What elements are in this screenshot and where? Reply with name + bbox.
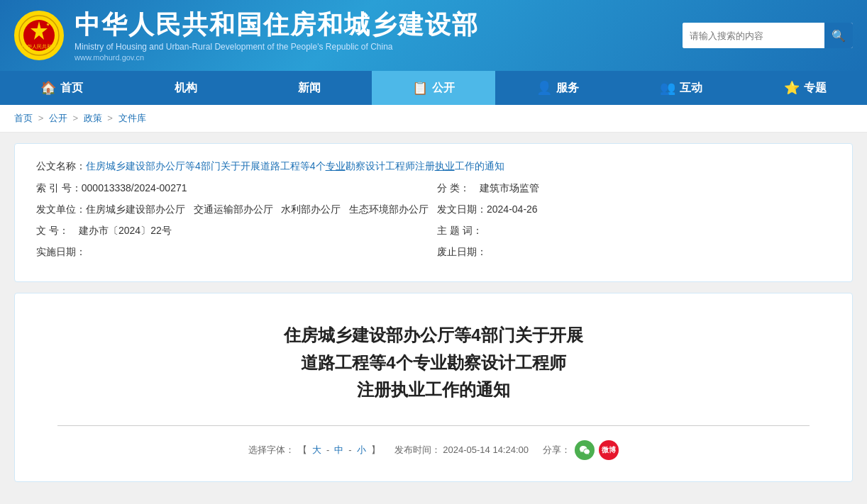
svg-text:中华人民共和国: 中华人民共和国	[22, 44, 57, 50]
share-area: 分享： 微博	[543, 440, 619, 460]
date-value: 2024-04-26	[487, 203, 538, 215]
nav-item-service[interactable]: 👤 服务	[495, 71, 619, 105]
interact-icon: 👥	[660, 80, 675, 96]
site-header: 中华人民共和国 中华人民共和国住房和城乡建设部 Ministry of Hous…	[0, 0, 867, 71]
nav-label-org: 机构	[175, 81, 197, 96]
font-bracket-open: 【	[298, 444, 307, 457]
nav-label-open: 公开	[432, 81, 455, 96]
nav-label-news: 新闻	[298, 81, 321, 96]
nav-label-special: 专题	[804, 81, 827, 96]
header-left: 中华人民共和国 中华人民共和国住房和城乡建设部 Ministry of Hous…	[14, 9, 479, 61]
breadcrumb-filelibrary[interactable]: 文件库	[118, 113, 146, 123]
search-box[interactable]: 🔍	[683, 23, 853, 48]
site-url: www.mohurd.gov.cn	[74, 53, 479, 62]
breadcrumb-sep-3: >	[107, 113, 115, 123]
publish-time-block: 发布时间： 2024-05-14 14:24:00	[394, 444, 529, 457]
article-title-line3: 注册执业工作的通知	[57, 376, 810, 403]
issuer-values: 住房城乡建设部办公厅 交通运输部办公厅 水利部办公厅 生态环境部办公厅	[86, 203, 429, 216]
nav-item-open[interactable]: 📋 公开	[372, 71, 496, 105]
article-divider	[57, 425, 810, 426]
open-icon: 📋	[412, 80, 428, 96]
ref-value: 000013338/2024-00271	[82, 182, 187, 194]
ref-half: 索 引 号： 000013338/2024-00271	[36, 182, 430, 195]
nav-item-news[interactable]: 新闻	[248, 71, 372, 105]
font-small-btn[interactable]: 小	[357, 444, 366, 457]
breadcrumb-open[interactable]: 公开	[49, 113, 67, 123]
category-label: 分 类：	[437, 182, 480, 195]
font-medium-btn[interactable]: 中	[334, 444, 343, 457]
font-large-btn[interactable]: 大	[312, 444, 321, 457]
impl-half: 实施日期：	[36, 246, 430, 259]
search-input[interactable]	[683, 23, 824, 48]
site-title-cn: 中华人民共和国住房和城乡建设部	[74, 9, 479, 40]
breadcrumb-policy[interactable]: 政策	[84, 113, 102, 123]
breadcrumb-sep-2: >	[72, 113, 80, 123]
impl-expire-row: 实施日期： 废止日期：	[36, 246, 831, 259]
service-icon: 👤	[536, 80, 552, 96]
ref-label: 索 引 号：	[36, 182, 82, 195]
article-title: 住房城乡建设部办公厅等4部门关于开展 道路工程等4个专业勘察设计工程师 注册执业…	[57, 322, 810, 403]
docno-keywords-row: 文 号： 建办市〔2024〕22号 主 题 词：	[36, 225, 831, 237]
nav-item-special[interactable]: ⭐ 专题	[743, 71, 867, 105]
font-size-label: 选择字体：	[248, 444, 294, 457]
government-emblem: 中华人民共和国	[14, 11, 64, 60]
special-icon: ⭐	[784, 80, 800, 96]
issuer-date-row: 发文单位： 住房城乡建设部办公厅 交通运输部办公厅 水利部办公厅 生态环境部办公…	[36, 203, 831, 216]
docno-value: 建办市〔2024〕22号	[79, 225, 172, 237]
expire-label: 废止日期：	[437, 246, 487, 259]
article-meta: 选择字体： 【 大 - 中 - 小 】 发布时间： 2024-05-14 14:…	[57, 440, 810, 460]
site-title-en: Ministry of Housing and Urban-Rural Deve…	[74, 42, 479, 52]
nav-label-interact: 互动	[680, 81, 702, 96]
publish-time-value: 2024-05-14 14:24:00	[443, 444, 529, 455]
font-dash-2: -	[348, 444, 351, 455]
nav-item-org[interactable]: 机构	[124, 71, 248, 105]
category-value: 建筑市场监管	[480, 182, 539, 195]
doc-name-row: 公文名称： 住房城乡建设部办公厅等4部门关于开展道路工程等4个专业勘察设计工程师…	[36, 158, 831, 174]
article-title-line2: 道路工程等4个专业勘察设计工程师	[57, 349, 810, 376]
expire-half: 废止日期：	[437, 246, 831, 259]
content-area: 公文名称： 住房城乡建设部办公厅等4部门关于开展道路工程等4个专业勘察设计工程师…	[0, 133, 867, 503]
docno-half: 文 号： 建办市〔2024〕22号	[36, 225, 430, 237]
doc-name-link[interactable]: 住房城乡建设部办公厅等4部门关于开展道路工程等4个专业勘察设计工程师注册执业工作…	[86, 160, 504, 172]
keywords-half: 主 题 词：	[437, 225, 831, 237]
issuer-label: 发文单位：	[36, 203, 86, 216]
main-nav: 🏠 首页 机构 新闻 📋 公开 👤 服务 👥 互动 ⭐ 专题	[0, 71, 867, 105]
weibo-icon-text: 微博	[602, 445, 616, 455]
breadcrumb-home[interactable]: 首页	[14, 113, 33, 123]
font-bracket-close: 】	[371, 444, 380, 457]
article-title-line1: 住房城乡建设部办公厅等4部门关于开展	[57, 322, 810, 349]
breadcrumb: 首页 > 公开 > 政策 > 文件库	[0, 105, 867, 133]
publish-time-label: 发布时间：	[394, 444, 441, 455]
issuer-half: 发文单位： 住房城乡建设部办公厅 交通运输部办公厅 水利部办公厅 生态环境部办公…	[36, 203, 430, 216]
header-title-block: 中华人民共和国住房和城乡建设部 Ministry of Housing and …	[74, 9, 479, 61]
doc-name-value: 住房城乡建设部办公厅等4部门关于开展道路工程等4个专业勘察设计工程师注册执业工作…	[86, 158, 504, 174]
doc-name-label: 公文名称：	[36, 158, 86, 174]
nav-label-home: 首页	[60, 81, 83, 96]
wechat-share-button[interactable]	[575, 440, 595, 460]
home-icon: 🏠	[40, 80, 56, 96]
weibo-share-button[interactable]: 微博	[599, 440, 619, 460]
article-card: 住房城乡建设部办公厅等4部门关于开展 道路工程等4个专业勘察设计工程师 注册执业…	[14, 293, 853, 481]
font-size-selector: 选择字体： 【 大 - 中 - 小 】	[248, 444, 380, 457]
impl-label: 实施日期：	[36, 246, 86, 259]
ref-category-row: 索 引 号： 000013338/2024-00271 分 类： 建筑市场监管	[36, 182, 831, 195]
keywords-label: 主 题 词：	[437, 225, 482, 237]
nav-item-home[interactable]: 🏠 首页	[0, 71, 124, 105]
nav-label-service: 服务	[556, 81, 579, 96]
search-button[interactable]: 🔍	[824, 23, 853, 48]
search-area: 🔍	[683, 23, 853, 48]
date-label: 发文日期：	[437, 203, 487, 216]
docno-label: 文 号：	[36, 225, 79, 237]
document-info-card: 公文名称： 住房城乡建设部办公厅等4部门关于开展道路工程等4个专业勘察设计工程师…	[14, 143, 853, 282]
breadcrumb-sep-1: >	[38, 113, 46, 123]
font-dash-1: -	[326, 444, 329, 455]
nav-item-interact[interactable]: 👥 互动	[619, 71, 744, 105]
category-half: 分 类： 建筑市场监管	[437, 182, 831, 195]
date-half: 发文日期： 2024-04-26	[437, 203, 831, 216]
share-label: 分享：	[543, 444, 570, 457]
